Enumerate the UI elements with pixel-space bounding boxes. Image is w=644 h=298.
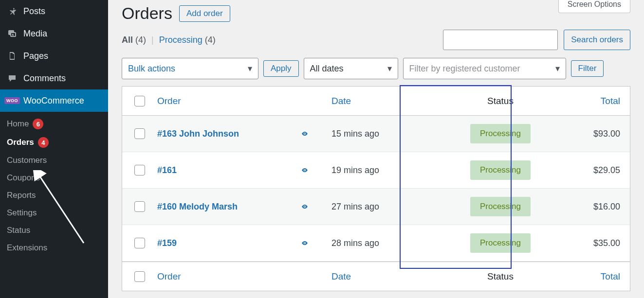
preview-icon[interactable] xyxy=(278,240,331,246)
submenu-item-extensions[interactable]: Extensions xyxy=(7,239,108,257)
admin-sidebar: Posts Media Pages Comments WOO WooCommer… xyxy=(0,0,108,298)
order-date: 28 mins ago xyxy=(331,238,425,248)
customer-filter-select[interactable]: Filter by registered customer ▾ xyxy=(403,58,566,79)
status-badge: Processing xyxy=(470,160,531,180)
order-total: $93.00 xyxy=(576,129,630,139)
media-icon xyxy=(7,28,18,39)
sidebar-item-media[interactable]: Media xyxy=(0,22,108,45)
column-total[interactable]: Total xyxy=(576,271,630,282)
submenu-item-reports[interactable]: Reports xyxy=(7,187,108,204)
table-row: #160 Melody Marsh 27 mins ago Processing… xyxy=(122,189,630,225)
preview-icon[interactable] xyxy=(278,130,331,137)
row-checkbox[interactable] xyxy=(134,238,145,248)
screen-options-toggle[interactable]: Screen Options xyxy=(558,0,630,13)
submenu-item-home[interactable]: Home 6 xyxy=(7,115,108,133)
submenu-label: Status xyxy=(7,226,30,235)
sidebar-label: Media xyxy=(23,29,47,39)
woocommerce-submenu: Home 6 Orders 4 Customers Coupons Report… xyxy=(0,112,108,260)
order-total: $16.00 xyxy=(576,202,630,212)
column-status: Status xyxy=(425,96,576,106)
status-filter-processing[interactable]: Processing xyxy=(159,35,202,45)
sidebar-label: Pages xyxy=(23,51,48,61)
submenu-item-customers[interactable]: Customers xyxy=(7,152,108,169)
add-order-button[interactable]: Add order xyxy=(179,5,230,22)
column-total[interactable]: Total xyxy=(576,96,630,106)
sidebar-label: Posts xyxy=(23,6,45,17)
column-date[interactable]: Date xyxy=(331,271,425,282)
sidebar-item-woocommerce[interactable]: WOO WooCommerce xyxy=(0,89,108,112)
date-filter-select[interactable]: All dates ▾ xyxy=(304,58,398,79)
count-badge: 4 xyxy=(38,137,49,148)
status-filter-links: All (4) | Processing (4) xyxy=(122,35,216,45)
submenu-item-orders[interactable]: Orders 4 xyxy=(7,133,108,152)
column-date[interactable]: Date xyxy=(331,96,425,106)
select-all-footer-checkbox[interactable] xyxy=(134,271,145,282)
table-row: #161 19 mins ago Processing $29.05 xyxy=(122,152,630,189)
row-checkbox[interactable] xyxy=(134,128,145,139)
pages-icon xyxy=(7,51,18,61)
chevron-down-icon: ▾ xyxy=(387,63,392,74)
order-total: $29.05 xyxy=(576,165,630,175)
submenu-label: Coupons xyxy=(7,173,40,183)
order-date: 19 mins ago xyxy=(331,165,425,175)
status-badge: Processing xyxy=(470,233,531,253)
chevron-down-icon: ▾ xyxy=(248,63,252,74)
order-link[interactable]: #161 xyxy=(157,165,278,175)
order-date: 15 mins ago xyxy=(331,129,425,139)
chevron-down-icon: ▾ xyxy=(555,63,560,74)
controls-row: Bulk actions ▾ Apply All dates ▾ Filter … xyxy=(122,58,630,79)
row-checkbox[interactable] xyxy=(134,201,145,212)
bulk-actions-select[interactable]: Bulk actions ▾ xyxy=(122,58,258,79)
submenu-label: Orders xyxy=(7,138,34,147)
filter-row: All (4) | Processing (4) Search orders xyxy=(122,30,630,50)
submenu-label: Settings xyxy=(7,208,37,218)
status-badge: Processing xyxy=(470,124,531,143)
order-date: 27 mins ago xyxy=(331,202,425,212)
status-filter-all[interactable]: All xyxy=(122,35,133,45)
sidebar-item-comments[interactable]: Comments xyxy=(0,67,108,89)
apply-button[interactable]: Apply xyxy=(263,60,299,77)
table-header: Order Date Status Total xyxy=(122,87,630,116)
count-badge: 6 xyxy=(33,119,43,129)
row-checkbox[interactable] xyxy=(134,165,145,175)
order-link[interactable]: #160 Melody Marsh xyxy=(157,202,278,212)
column-status: Status xyxy=(425,271,576,282)
submenu-item-status[interactable]: Status xyxy=(7,222,108,239)
select-all-checkbox[interactable] xyxy=(134,96,145,106)
search-input[interactable] xyxy=(443,30,558,50)
submenu-item-coupons[interactable]: Coupons xyxy=(7,169,108,187)
table-footer: Order Date Status Total xyxy=(122,262,630,291)
column-order[interactable]: Order xyxy=(157,96,278,106)
comment-icon xyxy=(7,73,18,84)
table-row: #159 28 mins ago Processing $35.00 xyxy=(122,225,630,262)
woocommerce-icon: WOO xyxy=(7,95,18,106)
submenu-label: Reports xyxy=(7,191,36,200)
submenu-label: Home xyxy=(7,119,29,129)
order-total: $35.00 xyxy=(576,238,630,248)
orders-table: Order Date Status Total #163 John Johnso… xyxy=(122,86,630,291)
sidebar-item-pages[interactable]: Pages xyxy=(0,45,108,67)
preview-icon[interactable] xyxy=(278,167,331,174)
order-link[interactable]: #163 John Johnson xyxy=(157,129,278,139)
order-link[interactable]: #159 xyxy=(157,238,278,248)
page-title: Orders xyxy=(122,4,172,23)
table-row: #163 John Johnson 15 mins ago Processing… xyxy=(122,116,630,152)
submenu-label: Customers xyxy=(7,156,47,165)
submenu-item-settings[interactable]: Settings xyxy=(7,204,108,222)
search-area: Search orders xyxy=(443,30,630,50)
filter-button[interactable]: Filter xyxy=(571,60,604,77)
all-count: (4) xyxy=(135,35,146,45)
search-orders-button[interactable]: Search orders xyxy=(564,30,630,50)
processing-count: (4) xyxy=(205,35,216,45)
page-header: Orders Add order xyxy=(122,4,630,23)
sidebar-item-posts[interactable]: Posts xyxy=(0,0,108,22)
status-badge: Processing xyxy=(470,197,531,216)
column-order[interactable]: Order xyxy=(157,271,278,282)
main-content: Screen Options Orders Add order All (4) … xyxy=(108,0,644,298)
sidebar-label: Comments xyxy=(23,73,66,84)
submenu-label: Extensions xyxy=(7,243,47,253)
preview-icon[interactable] xyxy=(278,203,331,210)
pin-icon xyxy=(7,6,18,17)
sidebar-label: WooCommerce xyxy=(23,96,84,106)
